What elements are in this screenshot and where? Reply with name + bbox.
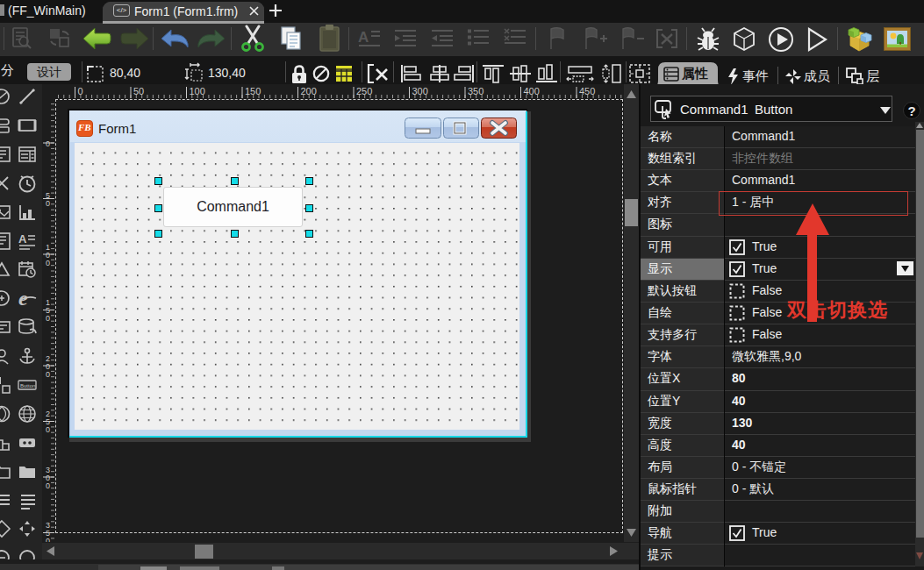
svg-text:50: 50	[133, 86, 144, 96]
svg-text:0: 0	[46, 314, 50, 323]
svg-text:A: A	[358, 29, 369, 46]
svg-text:0: 0	[46, 370, 50, 379]
svg-text:150: 150	[245, 86, 261, 96]
svg-text:0: 0	[46, 139, 50, 148]
svg-text:100: 100	[190, 86, 205, 96]
svg-text:0: 0	[46, 537, 50, 542]
svg-text:400: 400	[524, 86, 540, 96]
svg-text:200: 200	[301, 86, 317, 96]
svg-text:300: 300	[412, 86, 428, 96]
svg-text:450: 450	[579, 86, 595, 96]
svg-text:Button: Button	[20, 383, 35, 388]
svg-text:0: 0	[46, 425, 50, 434]
svg-text:250: 250	[356, 86, 372, 96]
svg-text:A: A	[18, 232, 27, 246]
svg-text:0: 0	[46, 259, 50, 267]
svg-text:0: 0	[46, 199, 50, 208]
svg-text:350: 350	[468, 86, 483, 96]
svg-text:0: 0	[78, 86, 83, 96]
svg-text:0: 0	[46, 481, 50, 490]
